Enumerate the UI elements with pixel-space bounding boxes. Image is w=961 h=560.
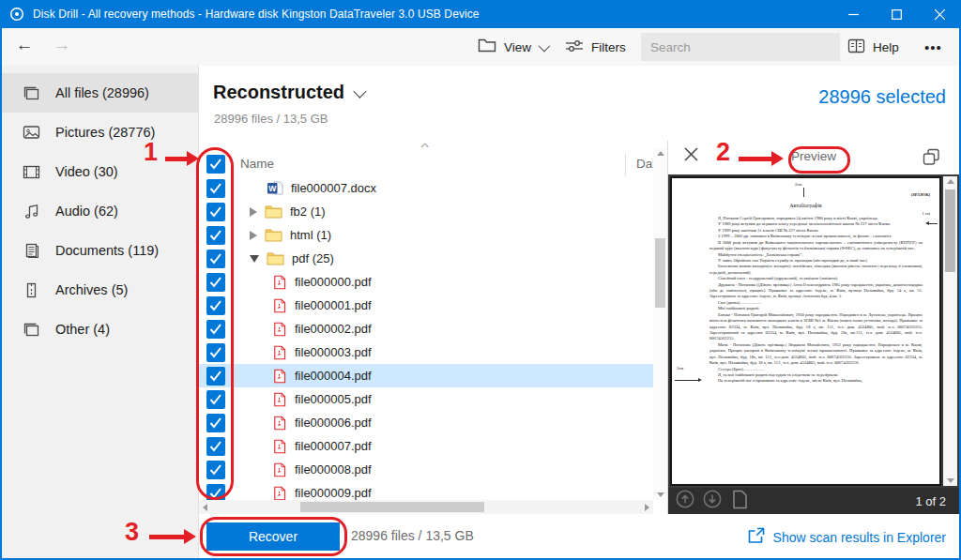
open-in-window-icon[interactable] [923,148,940,170]
external-link-icon [747,527,765,547]
docx-file-icon: W [267,180,283,196]
doc-paragraph: В 2000 році вступив до Київського націон… [709,240,923,252]
file-name: file000007.pdf [295,439,372,453]
file-name: file000000.pdf [295,275,372,289]
sidebar-item-pictures[interactable]: Pictures (28776) [2,113,198,152]
file-name: file000004.pdf [295,369,372,383]
table-row[interactable]: fb2 (1) [199,200,653,223]
audio-icon [23,204,40,219]
table-row[interactable]: pdf (25) [199,247,653,270]
file-name: file000001.pdf [295,298,372,312]
previous-page-icon[interactable] [675,489,695,513]
annotation-rect-recover [200,517,347,556]
archives-icon [23,282,40,298]
doc-margin-top: 2см [795,182,801,187]
pdf-file-icon [272,392,287,407]
search-input[interactable] [641,33,840,61]
table-row[interactable]: file000004.pdf [199,364,653,387]
close-button[interactable] [918,0,961,28]
expand-icon[interactable] [250,231,257,240]
sidebar-item-all[interactable]: All files (28996) [2,73,198,113]
pdf-file-icon [272,416,287,431]
doc-right-arrow [928,223,938,224]
doc-sample-tag: (ЗРАЗОК) [911,192,930,197]
forward-button[interactable]: → [49,35,75,55]
preview-panel: Preview 2см (ЗРАЗОК) Автобіографія 1 см … [668,141,959,514]
doc-left-arrow [675,380,699,381]
sidebar-item-archives[interactable]: Archives (5) [2,270,198,310]
chevron-down-icon [353,84,366,98]
window-title: Disk Drill - All recovery methods - Hard… [33,8,480,21]
doc-paragraph: Дружина - Потапова ((Дівоче прізвище) Ан… [709,282,923,300]
all-files-icon [23,85,40,101]
table-row[interactable]: file000007.pdf [199,434,653,458]
table-row[interactable]: file000000.pdf [199,270,653,294]
page-icon[interactable] [732,490,748,513]
show-in-explorer-link[interactable]: Show scan results in Explorer [747,527,946,547]
table-row[interactable]: html (1) [199,223,653,247]
sidebar-item-label: Documents (119) [55,243,159,258]
table-row[interactable]: file000002.pdf [199,317,653,341]
sidebar-item-label: All files (28996) [55,85,149,100]
view-label: View [504,40,531,54]
annotation-arrow-3 [149,535,185,539]
scroll-left-icon[interactable] [203,504,207,511]
table-row[interactable]: file000003.pdf [199,341,653,364]
table-row[interactable]: Wfile000007.docx [199,176,653,200]
minimize-button[interactable] [831,0,875,28]
toolbar: ← → View Filters Help ••• [2,28,959,66]
view-button[interactable]: View [478,28,547,66]
file-name: pdf (25) [292,251,334,265]
preview-scrollbar[interactable] [943,176,957,486]
table-row[interactable]: file000008.pdf [199,458,653,481]
table-row[interactable]: file000001.pdf [199,294,653,317]
sidebar: All files (28996)Pictures (28776)Video (… [2,66,199,558]
sidebar-item-audio[interactable]: Audio (62) [2,191,198,231]
table-row[interactable]: file000009.pdf [199,481,653,500]
pdf-file-icon [272,322,287,337]
other-icon [23,322,40,338]
doc-paragraph: Мати - Потапова (Дівоче прізвище) Людмил… [709,342,923,367]
folder-icon [265,228,282,242]
more-options-button[interactable]: ••• [924,28,942,66]
sidebar-item-label: Video (30) [55,164,118,179]
file-name: fb2 (1) [290,204,326,219]
chevron-down-icon [539,39,551,52]
filters-button[interactable]: Filters [565,28,626,66]
scrollbar-thumb[interactable] [655,238,665,308]
table-row[interactable]: file000005.pdf [199,387,653,411]
scroll-down-icon[interactable] [657,492,664,497]
sidebar-item-documents[interactable]: Documents (119) [2,231,198,270]
list-horizontal-scrollbar[interactable] [199,500,653,514]
document-preview-page: 2см (ЗРАЗОК) Автобіографія 1 см 3см Я, П… [670,176,941,486]
next-page-icon[interactable] [702,489,723,513]
scroll-up-icon[interactable] [657,151,664,156]
maximize-button[interactable] [875,0,918,28]
back-button[interactable]: ← [11,35,38,55]
scrollbar-thumb[interactable] [300,502,484,512]
filters-label: Filters [591,40,626,54]
app-icon [9,7,24,22]
list-vertical-scrollbar[interactable] [653,148,667,500]
help-book-icon [847,38,865,56]
titlebar: Disk Drill - All recovery methods - Hard… [0,0,961,28]
column-header-name[interactable]: Name [240,157,274,171]
pdf-file-icon [272,439,287,454]
help-button[interactable]: Help [847,28,899,66]
scroll-up-icon[interactable] [947,179,954,184]
annotation-arrow-2 [739,157,772,161]
svg-text:W: W [268,184,277,193]
collapse-icon[interactable] [250,255,259,263]
annotation-step-1: 1 [144,138,158,167]
pdf-file-icon [272,486,287,501]
column-divider[interactable] [625,153,626,176]
file-name: file000005.pdf [295,392,372,406]
expand-icon[interactable] [250,207,257,217]
scroll-right-icon[interactable] [645,504,649,511]
table-row[interactable]: file000006.pdf [199,411,653,434]
scrollbar-thumb[interactable] [945,189,955,272]
scroll-down-icon[interactable] [947,478,954,483]
scan-session-dropdown[interactable]: Reconstructed [213,82,363,103]
sidebar-item-other[interactable]: Other (4) [2,310,198,349]
doc-paragraph: Батько - Потапов Григорій Миколайович, 1… [709,312,923,342]
